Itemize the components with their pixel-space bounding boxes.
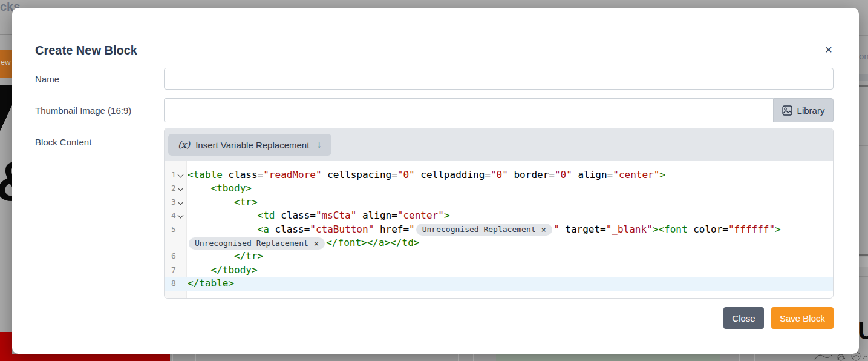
line-number[interactable]: 1 <box>165 168 188 182</box>
background-divider <box>184 354 184 361</box>
block-content-editor: (x) Insert Variable Replacement ↓ 1<tabl… <box>164 128 834 299</box>
line-number[interactable]: 2 <box>165 182 188 195</box>
code-area[interactable]: 1<table class="readMore" cellspacing="0"… <box>165 161 833 299</box>
background-thumbnail-glyph: & <box>0 153 12 213</box>
background-create-button-fragment: ew <box>0 50 12 78</box>
background-divider <box>172 354 173 361</box>
code-line[interactable]: 1<table class="readMore" cellspacing="0"… <box>165 168 833 182</box>
unrecognised-replacement-chip[interactable]: Unrecognised Replacement× <box>189 237 325 250</box>
thumbnail-label: Thumbnail Image (16:9) <box>35 105 131 116</box>
background-divider <box>725 354 725 361</box>
code-line-content[interactable]: <td class="msCta" align="center"> <box>188 209 833 222</box>
line-number[interactable]: 4 <box>165 209 188 222</box>
background-bar <box>859 257 868 267</box>
chip-remove-icon[interactable]: × <box>314 238 319 249</box>
thumbnail-input[interactable] <box>164 98 773 122</box>
background-divider <box>754 354 755 361</box>
code-line-content[interactable]: </table> <box>188 277 833 290</box>
screen: cks ew & on US <box>0 0 868 361</box>
line-number[interactable]: 7 <box>165 263 188 277</box>
insert-variable-replacement-button[interactable]: (x) Insert Variable Replacement ↓ <box>168 134 331 156</box>
background-thumbnail-fragment <box>0 85 12 142</box>
line-number[interactable]: 5 <box>165 223 188 250</box>
background-green-bar <box>496 354 720 361</box>
background-divider <box>458 354 459 361</box>
code-line[interactable]: 2 <tbody> <box>165 182 833 195</box>
code-lines: 1<table class="readMore" cellspacing="0"… <box>165 161 833 291</box>
background-divider <box>0 239 12 239</box>
code-line[interactable]: 6 </tr> <box>165 250 833 263</box>
code-line-content[interactable]: </tbody> <box>188 263 833 277</box>
background-divider <box>209 354 209 361</box>
variable-x-icon: (x) <box>178 139 190 150</box>
background-red-bar <box>0 354 170 361</box>
background-divider <box>0 34 12 35</box>
library-button-label: Library <box>797 105 825 116</box>
background-divider <box>859 85 868 87</box>
background-divider <box>0 225 12 225</box>
block-content-label: Block Content <box>35 137 91 147</box>
code-line-content[interactable]: <tr> <box>188 196 833 209</box>
background-divider <box>488 354 488 361</box>
editor-toolbar: (x) Insert Variable Replacement ↓ <box>165 128 833 161</box>
line-number[interactable]: 3 <box>165 196 188 209</box>
background-logo-fragment: US <box>858 316 868 345</box>
code-line[interactable]: 7 </tbody> <box>165 263 833 277</box>
background-divider <box>859 276 868 277</box>
background-divider <box>0 211 12 211</box>
fold-chevron-icon[interactable] <box>177 185 183 191</box>
code-line[interactable]: 5 <a class="ctaButton" href="Unrecognise… <box>165 223 833 250</box>
chip-label: Unrecognised Replacement <box>195 238 308 249</box>
name-input[interactable] <box>164 68 834 90</box>
background-divider <box>859 145 868 146</box>
code-line[interactable]: 8</table> <box>165 277 833 290</box>
close-icon[interactable]: × <box>820 41 837 58</box>
fold-chevron-icon[interactable] <box>177 213 183 219</box>
code-line-content[interactable]: <table class="readMore" cellspacing="0" … <box>188 168 833 182</box>
code-line[interactable]: 4 <td class="msCta" align="center"> <box>165 209 833 222</box>
background-divider <box>473 354 474 361</box>
background-divider <box>739 354 740 361</box>
insert-variable-label: Insert Variable Replacement <box>195 140 309 150</box>
chip-label: Unrecognised Replacement <box>422 224 536 235</box>
save-block-button[interactable]: Save Block <box>771 307 834 329</box>
thumbnail-input-group: Library <box>164 98 834 122</box>
chip-remove-icon[interactable]: × <box>541 224 546 235</box>
code-line-content[interactable]: <tbody> <box>188 182 833 195</box>
code-line[interactable]: 3 <tr> <box>165 196 833 209</box>
arrow-down-icon: ↓ <box>316 139 322 151</box>
line-number[interactable]: 6 <box>165 250 188 263</box>
unrecognised-replacement-chip[interactable]: Unrecognised Replacement× <box>416 224 552 236</box>
fold-chevron-icon[interactable] <box>177 199 183 205</box>
fold-chevron-icon[interactable] <box>177 172 183 178</box>
code-line-content[interactable]: </tr> <box>188 250 833 263</box>
background-divider <box>859 182 868 182</box>
background-divider <box>859 35 868 36</box>
image-icon <box>782 105 792 116</box>
background-divider <box>859 65 868 65</box>
library-button[interactable]: Library <box>773 98 834 122</box>
create-new-block-modal: Create New Block × Name Thumbnail Image … <box>12 8 859 354</box>
modal-title: Create New Block <box>35 44 137 58</box>
name-label: Name <box>35 74 59 84</box>
background-text-fragment: on <box>859 51 868 61</box>
background-divider <box>195 354 196 361</box>
line-number[interactable]: 8 <box>165 277 188 290</box>
close-button[interactable]: Close <box>723 307 764 329</box>
background-divider <box>859 286 868 286</box>
code-line-content[interactable]: <a class="ctaButton" href="Unrecognised … <box>188 223 833 250</box>
background-divider <box>859 254 868 256</box>
background-bar <box>859 74 868 81</box>
